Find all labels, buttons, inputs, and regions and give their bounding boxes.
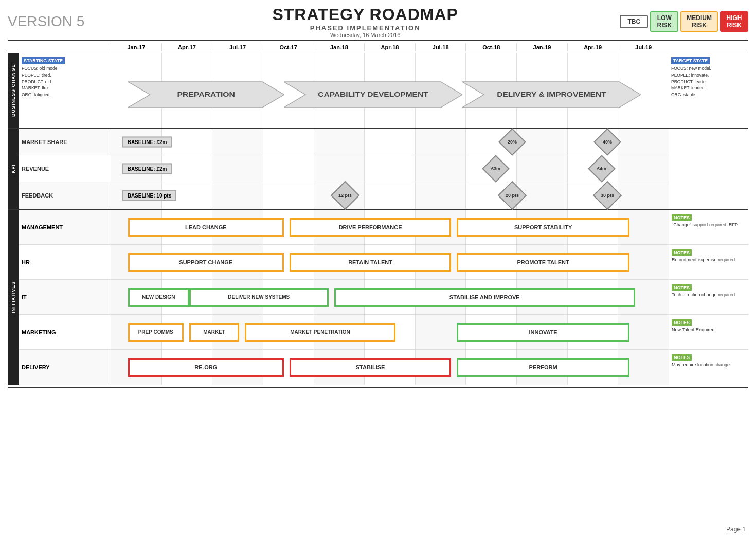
hr-row: SUPPORT CHANGE RETAIN TALENT PROMOTE TAL… xyxy=(111,245,669,280)
header-divider xyxy=(8,40,748,41)
risk-medium: MEDIUMRISK xyxy=(680,11,718,32)
marketing-label: MARKETING xyxy=(22,329,56,335)
version-text: VERSION 5 xyxy=(8,13,111,30)
kpi-grid: BASELINE: £2m 20% 40% BASELINE: £2m £3m … xyxy=(111,129,669,209)
support-change-box: SUPPORT CHANGE xyxy=(128,253,284,272)
col-apr18: Apr-18 xyxy=(365,43,416,51)
ms-baseline: BASELINE: £2m xyxy=(122,136,172,147)
init-label-it: IT xyxy=(19,280,111,315)
initiatives-grid: LEAD CHANGE DRIVE PERFORMANCE SUPPORT ST… xyxy=(111,210,669,385)
col-jul19: Jul-19 xyxy=(618,43,669,51)
stabilise-box: STABILISE xyxy=(290,358,451,377)
preparation-arrow-svg: PREPARATION xyxy=(128,79,284,110)
kpi-ms-text: MARKET SHARE xyxy=(22,139,67,145)
prep-comms-box: PREP COMMS xyxy=(128,323,184,342)
col-apr19: Apr-19 xyxy=(568,43,619,51)
rev-diamond-4m: £4m xyxy=(588,155,616,183)
lead-change-box: LEAD CHANGE xyxy=(128,218,284,237)
initiatives-notes: NOTES "Change" support required. RFP. NO… xyxy=(669,210,748,385)
col-jan18: Jan-18 xyxy=(314,43,365,51)
kpi-section: KPI MARKET SHARE REVENUE FEEDBACK xyxy=(8,129,748,209)
mgmt-note: NOTES "Change" support required. RFP. xyxy=(669,210,748,245)
bc-grid: PREPARATION CAPABILITY DEVELOPMENT DELIV… xyxy=(111,53,669,128)
kpi-tab: KPI xyxy=(8,129,19,209)
mgmt-note-text: "Change" support required. RFP. xyxy=(672,222,746,228)
hr-label: HR xyxy=(22,259,30,265)
risk-high: HIGHRISK xyxy=(720,11,748,32)
col-headers: Jan-17 Apr-17 Jul-17 Oct-17 Jan-18 Apr-1… xyxy=(111,43,669,51)
fb-20-label: 20 pts xyxy=(506,193,519,198)
drive-performance-box: DRIVE PERFORMANCE xyxy=(290,218,451,237)
delivery-note-text: May require location change. xyxy=(672,362,746,368)
col-oct17: Oct-17 xyxy=(263,43,314,51)
rev-diamond-3m: £3m xyxy=(482,155,510,183)
ms-diamond-40: 40% xyxy=(593,128,621,156)
footer-divider xyxy=(8,387,748,388)
re-org-box: RE-ORG xyxy=(128,358,284,377)
title-center: STRATEGY ROADMAP PHASED IMPLEMENTATION W… xyxy=(111,5,620,38)
marketing-row: PREP COMMS MARKET MARKET PENETRATION INN… xyxy=(111,315,669,350)
initiatives-section: INITIATIVES MANAGEMENT HR IT MARKETING D… xyxy=(8,210,748,385)
rev-3m-label: £3m xyxy=(491,166,500,171)
innovate-box: INNOVATE xyxy=(457,323,629,342)
marketing-note-label: NOTES xyxy=(672,319,692,326)
fb-diamond-12: 12 pts xyxy=(331,181,360,210)
kpi-fb-row: BASELINE: 10 pts 12 pts 20 pts 30 pts xyxy=(111,182,669,209)
kpi-notes xyxy=(669,129,748,209)
rev-4m-label: £4m xyxy=(597,166,606,171)
business-change-section: BUSINESS CHANGE STARTING STATE FOCUS: ol… xyxy=(8,53,748,128)
divider-1 xyxy=(8,52,748,52)
kpi-ms-row: BASELINE: £2m 20% 40% xyxy=(111,129,669,155)
header: VERSION 5 STRATEGY ROADMAP PHASED IMPLEM… xyxy=(8,5,748,38)
column-headers-row: Jan-17 Apr-17 Jul-17 Oct-17 Jan-18 Apr-1… xyxy=(8,43,748,51)
ms-20-label: 20% xyxy=(508,139,517,144)
mgmt-note-label: NOTES xyxy=(672,214,692,221)
kpi-rev-text: REVENUE xyxy=(22,166,49,172)
market-box: MARKET xyxy=(189,323,240,342)
col-jul18: Jul-18 xyxy=(416,43,466,51)
capability-arrow: CAPABILITY DEVELOPMENT xyxy=(284,79,462,110)
it-label: IT xyxy=(22,294,27,300)
kpi-label-revenue: REVENUE xyxy=(19,155,111,182)
initiatives-tab: INITIATIVES xyxy=(8,210,19,385)
fb-30-label: 30 pts xyxy=(601,193,614,198)
it-row: NEW DESIGN DELIVER NEW SYSTEMS STABILISE… xyxy=(111,280,669,315)
fb-12-label: 12 pts xyxy=(338,193,352,198)
marketing-note: NOTES New Talent Required xyxy=(669,315,748,350)
init-label-hr: HR xyxy=(19,245,111,280)
retain-talent-box: RETAIN TALENT xyxy=(290,253,451,272)
fb-baseline: BASELINE: 10 pts xyxy=(122,190,177,201)
page-number: Page 1 xyxy=(726,526,746,533)
col-oct18: Oct-18 xyxy=(466,43,517,51)
stabilise-improve-box: STABILISE AND IMPROVE xyxy=(334,288,635,307)
kpi-label-feedback: FEEDBACK xyxy=(19,182,111,209)
delivery-arrow-svg: DELIVERY & IMPROVEMENT xyxy=(462,79,641,110)
new-design-box: NEW DESIGN xyxy=(128,288,189,307)
business-change-tab: BUSINESS CHANGE xyxy=(8,53,19,128)
starting-state-text: FOCUS: old model.PEOPLE: tired.PRODUCT: … xyxy=(22,65,108,98)
ms-diamond-20: 20% xyxy=(499,128,527,156)
date: Wednesday, 16 March 2016 xyxy=(111,32,620,38)
fb-diamond-30: 30 pts xyxy=(592,181,622,210)
target-state-text: FOCUS: new model.PEOPLE: innovate.PRODUC… xyxy=(671,65,746,98)
risk-badges: TBC LOWRISK MEDIUMRISK HIGHRISK xyxy=(620,11,748,32)
hr-note: NOTES Recruitment expertise required. xyxy=(669,245,748,280)
delivery-row: RE-ORG STABILISE PERFORM xyxy=(111,350,669,385)
preparation-arrow: PREPARATION xyxy=(128,79,284,110)
col-jan17: Jan-17 xyxy=(111,43,162,51)
risk-tbc: TBC xyxy=(620,15,648,28)
col-apr17: Apr-17 xyxy=(162,43,213,51)
mgmt-row: LEAD CHANGE DRIVE PERFORMANCE SUPPORT ST… xyxy=(111,210,669,245)
deliver-new-systems-box: DELIVER NEW SYSTEMS xyxy=(189,288,329,307)
col-header-notes xyxy=(669,43,748,51)
mgmt-label: MANAGEMENT xyxy=(22,224,63,230)
col-jul17: Jul-17 xyxy=(212,43,263,51)
target-state-label: TARGET STATE xyxy=(671,57,710,64)
page: VERSION 5 STRATEGY ROADMAP PHASED IMPLEM… xyxy=(0,0,756,537)
kpi-label-market-share: MARKET SHARE xyxy=(19,129,111,155)
col-jan19: Jan-19 xyxy=(517,43,568,51)
hr-note-text: Recruitment expertise required. xyxy=(672,257,746,263)
hr-note-label: NOTES xyxy=(672,249,692,256)
promote-talent-box: PROMOTE TALENT xyxy=(457,253,629,272)
rev-baseline: BASELINE: £2m xyxy=(122,163,172,174)
